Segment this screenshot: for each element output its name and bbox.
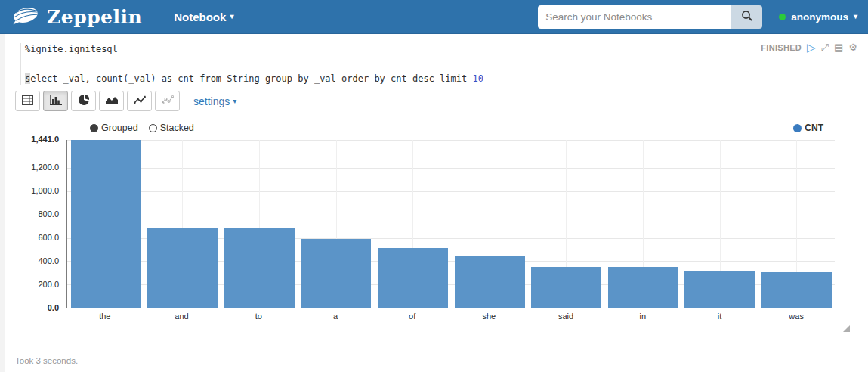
table-chart-icon <box>22 95 33 107</box>
run-icon[interactable]: ▷ <box>807 42 816 53</box>
brand[interactable]: Zeppelin <box>11 4 142 29</box>
area-chart-icon <box>106 95 118 107</box>
line-chart-icon <box>134 95 146 107</box>
bar-mode-controls: Grouped Stacked <box>90 122 194 133</box>
y-tick-label: 800.0 <box>38 209 59 219</box>
gear-icon[interactable]: ⚙ <box>848 42 857 52</box>
y-tick-label: 0.0 <box>48 303 59 312</box>
search-icon <box>741 10 753 24</box>
pie-chart-button[interactable] <box>71 91 96 111</box>
bar-to <box>224 228 295 308</box>
x-axis-labels: theandtoaofshesaidinitwas <box>66 312 835 324</box>
stacked-radio[interactable]: Stacked <box>149 122 194 133</box>
user-menu[interactable]: anonymous ▾ <box>779 11 857 23</box>
zeppelin-logo-icon <box>11 4 41 29</box>
settings-label: settings <box>193 95 230 107</box>
bar-and <box>147 228 218 308</box>
y-tick-label: 1,000.0 <box>31 186 59 195</box>
x-tick-label: of <box>374 312 451 321</box>
bar-it <box>684 271 755 308</box>
area-chart-button[interactable] <box>99 91 124 111</box>
legend-dot-icon <box>793 124 802 132</box>
search-input[interactable] <box>538 5 731 29</box>
legend-label: CNT <box>805 122 823 133</box>
x-tick-label: in <box>604 312 681 321</box>
line-chart-button[interactable] <box>127 91 152 111</box>
sql-line: select _val, count(_val) as cnt from Str… <box>25 73 868 85</box>
bar-chart-button[interactable] <box>43 91 68 111</box>
bar-the <box>71 140 141 308</box>
x-tick-label: the <box>66 312 144 321</box>
legend-cnt[interactable]: CNT <box>793 122 823 133</box>
pie-chart-icon <box>79 95 89 107</box>
output-icon[interactable]: ▤ <box>834 42 843 52</box>
execution-time: Took 3 seconds. <box>15 356 868 365</box>
user-name: anonymous <box>791 11 848 23</box>
x-tick-label: she <box>451 312 528 321</box>
search-button[interactable] <box>731 5 762 29</box>
notebook-menu-label: Notebook <box>174 11 226 23</box>
navbar: Zeppelin Notebook ▾ anonymous ▾ <box>0 0 868 34</box>
y-tick-label: 1,441.0 <box>31 135 59 144</box>
code-editor[interactable]: %ignite.ignitesql select _val, count(_va… <box>20 43 868 85</box>
y-tick-label: 400.0 <box>38 256 59 265</box>
gridline-h <box>67 308 835 308</box>
bar-was <box>761 272 832 308</box>
plot-area <box>66 140 835 308</box>
y-tick-label: 1,200.0 <box>31 163 59 172</box>
brand-title: Zeppelin <box>47 6 142 28</box>
x-tick-label: a <box>297 312 374 321</box>
paragraph-status-row: FINISHED ▷ ⤢ ▤ ⚙ <box>761 42 857 53</box>
sql-text: elect _val, count(_val) as cnt from Stri… <box>30 73 472 84</box>
x-tick-label: and <box>144 312 221 321</box>
bar-chart: Grouped Stacked CNT 1,441.01,200.01,000.… <box>0 119 868 336</box>
caret-down-icon: ▾ <box>233 98 236 105</box>
scatter-chart-button[interactable] <box>155 91 180 111</box>
bar-said <box>531 267 601 308</box>
grouped-radio[interactable]: Grouped <box>90 122 138 133</box>
resize-handle[interactable] <box>843 325 850 332</box>
notebook-menu[interactable]: Notebook ▾ <box>174 11 233 23</box>
bar-chart-icon <box>50 95 62 107</box>
caret-down-icon: ▾ <box>230 13 233 20</box>
x-tick-label: to <box>220 312 297 321</box>
y-axis-labels: 1,441.01,200.01,000.0800.0600.0400.0200.… <box>0 140 63 308</box>
bar-in <box>608 267 678 308</box>
caret-down-icon: ▾ <box>854 13 857 20</box>
y-tick-label: 200.0 <box>38 280 59 289</box>
stacked-label: Stacked <box>160 122 194 133</box>
radio-selected-icon <box>90 124 98 132</box>
settings-toggle[interactable]: settings ▾ <box>193 95 236 107</box>
user-status-dot <box>779 14 786 20</box>
radio-unselected-icon <box>149 124 157 132</box>
collapse-icon[interactable]: ⤢ <box>821 42 829 52</box>
status-badge: FINISHED <box>761 43 802 52</box>
bar-a <box>301 239 371 308</box>
x-tick-label: was <box>758 312 835 321</box>
grouped-label: Grouped <box>101 122 138 133</box>
y-tick-label: 600.0 <box>38 233 59 242</box>
x-tick-label: it <box>681 312 758 321</box>
sql-number-literal: 10 <box>472 73 483 84</box>
bar-of <box>378 248 448 308</box>
interpreter-line: %ignite.ignitesql <box>25 43 868 55</box>
table-view-button[interactable] <box>15 91 40 111</box>
x-tick-label: said <box>527 312 604 321</box>
display-toolbar: settings ▾ <box>15 91 868 111</box>
notebook-paragraph: FINISHED ▷ ⤢ ▤ ⚙ %ignite.ignitesql selec… <box>0 34 868 365</box>
scatter-chart-icon <box>162 95 174 107</box>
bar-she <box>455 256 525 308</box>
